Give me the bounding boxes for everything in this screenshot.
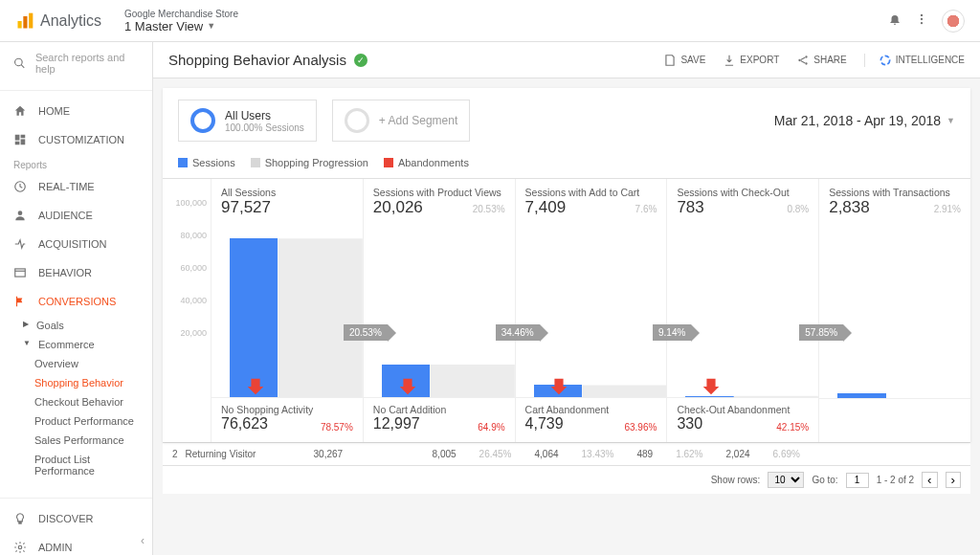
prev-page-button[interactable]: ‹ bbox=[922, 472, 937, 488]
sidebar: Search reports and help HOME CUSTOMIZATI… bbox=[0, 42, 153, 555]
caret-down-icon: ▼ bbox=[207, 21, 215, 31]
save-icon bbox=[663, 54, 677, 67]
topbar-actions bbox=[888, 10, 965, 33]
share-button[interactable]: SHARE bbox=[796, 54, 846, 67]
nav-sales-performance[interactable]: Sales Performance bbox=[0, 431, 152, 450]
date-range-picker[interactable]: Mar 21, 2018 - Apr 19, 2018 ▼ bbox=[774, 113, 955, 128]
svg-point-14 bbox=[799, 58, 801, 60]
flow-area bbox=[667, 225, 818, 397]
flag-icon bbox=[13, 295, 27, 308]
nav-ecommerce[interactable]: ▼Ecommerce bbox=[0, 335, 152, 354]
nav-audience[interactable]: AUDIENCE bbox=[0, 201, 152, 230]
segment-add-icon bbox=[345, 108, 369, 133]
show-rows-label: Show rows: bbox=[711, 475, 761, 485]
verified-badge-icon: ✓ bbox=[354, 54, 368, 67]
goto-label: Go to: bbox=[812, 475, 837, 485]
funnel-stage[interactable]: Sessions with Product Views20,02620.53%3… bbox=[363, 179, 515, 442]
row-label: Returning Visitor bbox=[186, 449, 291, 459]
caret-down-icon: ▼ bbox=[947, 116, 955, 125]
flow-arrow: 34.46% bbox=[496, 324, 540, 341]
chevron-down-icon: ▼ bbox=[23, 339, 31, 350]
svg-point-13 bbox=[18, 545, 22, 549]
svg-rect-1 bbox=[23, 16, 27, 29]
svg-marker-19 bbox=[430, 365, 514, 397]
report-actions: SAVE EXPORT SHARE INTELLIGENCE bbox=[663, 54, 965, 67]
nav-admin[interactable]: ADMIN bbox=[0, 533, 152, 555]
svg-rect-7 bbox=[21, 135, 26, 139]
flow-area bbox=[516, 225, 667, 397]
export-icon bbox=[723, 54, 736, 67]
export-button[interactable]: EXPORT bbox=[723, 54, 779, 67]
next-page-button[interactable]: › bbox=[946, 472, 961, 488]
segment-all-users[interactable]: All Users 100.00% Sessions bbox=[178, 100, 317, 142]
legend-progression[interactable]: Shopping Progression bbox=[251, 157, 368, 168]
nav-customization[interactable]: CUSTOMIZATION bbox=[0, 125, 152, 154]
svg-point-16 bbox=[806, 62, 808, 64]
share-icon bbox=[796, 54, 810, 67]
chevron-right-icon: ▶ bbox=[23, 320, 29, 331]
product-name: Analytics bbox=[40, 12, 101, 30]
nav-overview[interactable]: Overview bbox=[0, 354, 152, 373]
funnel-stage[interactable]: Sessions with Check-Out7830.8%57.85%Chec… bbox=[666, 179, 818, 442]
abandon-arrow-icon bbox=[245, 375, 266, 396]
more-icon[interactable] bbox=[915, 12, 928, 29]
svg-marker-20 bbox=[582, 385, 666, 397]
nav-acquisition[interactable]: ACQUISITION bbox=[0, 230, 152, 258]
legend-sessions[interactable]: Sessions bbox=[178, 157, 235, 168]
svg-rect-0 bbox=[18, 21, 22, 29]
svg-point-5 bbox=[921, 22, 923, 24]
row-index: 2 bbox=[172, 449, 178, 459]
nav-discover[interactable]: DISCOVER bbox=[0, 504, 152, 533]
nav-realtime[interactable]: REAL-TIME bbox=[0, 172, 152, 201]
nav-goals[interactable]: ▶Goals bbox=[0, 316, 152, 335]
nav-shopping-behavior[interactable]: Shopping Behavior bbox=[0, 373, 152, 392]
dashboard-icon bbox=[13, 133, 27, 146]
funnel-stage[interactable]: All Sessions97,52720.53%No Shopping Acti… bbox=[211, 179, 363, 442]
svg-point-17 bbox=[880, 56, 889, 64]
nav-product-list-performance[interactable]: Product List Performance bbox=[0, 450, 152, 480]
intelligence-button[interactable]: INTELLIGENCE bbox=[864, 54, 965, 67]
top-bar: Analytics Google Merchandise Store 1 Mas… bbox=[0, 0, 980, 42]
collapse-sidebar-button[interactable]: ‹ bbox=[141, 534, 145, 547]
segment-circle-icon bbox=[190, 108, 215, 133]
flow-arrow: 57.85% bbox=[799, 324, 843, 341]
svg-marker-18 bbox=[278, 238, 362, 397]
account-selector[interactable]: Google Merchandise Store 1 Master View ▼ bbox=[124, 9, 238, 33]
bulb-icon bbox=[13, 512, 27, 525]
svg-rect-8 bbox=[21, 139, 26, 144]
svg-rect-12 bbox=[15, 269, 26, 277]
nav-product-performance[interactable]: Product Performance bbox=[0, 411, 152, 431]
notifications-icon[interactable] bbox=[888, 12, 902, 29]
nav-checkout-behavior[interactable]: Checkout Behavior bbox=[0, 392, 152, 411]
logo[interactable]: Analytics bbox=[15, 11, 101, 31]
goto-input[interactable] bbox=[846, 473, 869, 488]
reports-section-label: Reports bbox=[0, 154, 152, 172]
funnel-stage[interactable]: Sessions with Transactions2,8382.91% bbox=[818, 179, 970, 442]
segment-title: All Users bbox=[225, 109, 304, 122]
add-segment-button[interactable]: + Add Segment bbox=[332, 100, 470, 142]
intelligence-icon bbox=[879, 54, 892, 67]
nav-behavior[interactable]: BEHAVIOR bbox=[0, 258, 152, 287]
behavior-icon bbox=[13, 266, 27, 279]
nav-conversions[interactable]: CONVERSIONS bbox=[0, 287, 152, 316]
person-icon bbox=[13, 209, 27, 222]
svg-rect-9 bbox=[15, 142, 20, 145]
report-content: Shopping Behavior Analysis ✓ SAVE EXPORT… bbox=[153, 42, 980, 555]
svg-rect-2 bbox=[29, 12, 33, 28]
table-row[interactable]: 2 Returning Visitor 30,267 8,00526.45% 4… bbox=[163, 442, 970, 465]
rows-select[interactable]: 10 bbox=[768, 472, 804, 488]
legend-abandonments[interactable]: Abandonments bbox=[384, 157, 469, 168]
flow-arrow: 9.14% bbox=[653, 324, 691, 341]
abandon-arrow-icon bbox=[548, 375, 569, 396]
save-button[interactable]: SAVE bbox=[663, 54, 705, 67]
account-name: Google Merchandise Store bbox=[124, 9, 238, 19]
y-axis: 100,00080,00060,00040,00020,000 bbox=[163, 179, 211, 442]
table-pager: Show rows: 10 Go to: 1 - 2 of 2 ‹ › bbox=[163, 465, 970, 494]
avatar[interactable] bbox=[942, 10, 965, 33]
funnel-stage[interactable]: Sessions with Add to Cart7,4097.6%9.14%C… bbox=[515, 179, 667, 442]
report-header: Shopping Behavior Analysis ✓ SAVE EXPORT… bbox=[153, 42, 980, 78]
report-title: Shopping Behavior Analysis bbox=[168, 52, 346, 68]
nav-home[interactable]: HOME bbox=[0, 97, 152, 125]
acquisition-icon bbox=[13, 237, 27, 251]
search-input[interactable]: Search reports and help bbox=[0, 42, 152, 84]
